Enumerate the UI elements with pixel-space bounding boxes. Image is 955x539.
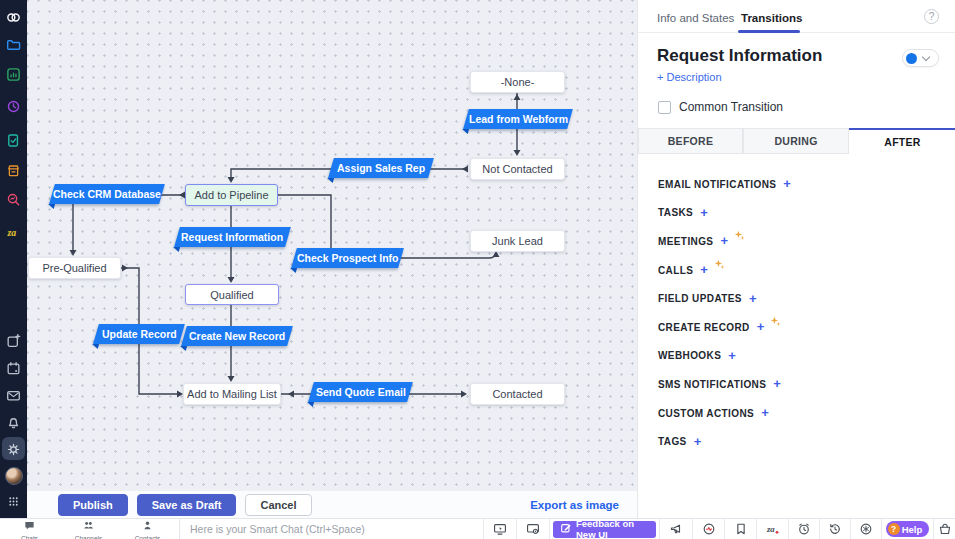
zia-sparkle-icon bbox=[734, 227, 745, 245]
sidebar-store-icon[interactable] bbox=[0, 159, 27, 181]
add-action-button[interactable]: + bbox=[773, 379, 781, 389]
transition-label-text: Check Prospect Info bbox=[293, 252, 403, 264]
stage-tab-before[interactable]: BEFORE bbox=[638, 128, 743, 154]
chat-nav-contacts[interactable]: Contacts bbox=[118, 519, 177, 539]
feedback-button[interactable]: Feedback on New UI bbox=[549, 519, 659, 539]
blueprint-editor-window: za -None-Not ContactedJunk LeadAdd to Pi… bbox=[0, 0, 955, 539]
state-none[interactable]: -None- bbox=[470, 71, 565, 93]
action-category-row: TAGS+ bbox=[658, 427, 948, 456]
sidebar-reports-icon[interactable] bbox=[0, 63, 27, 85]
save-as-draft-button[interactable]: Save as Draft bbox=[137, 494, 237, 516]
add-action-button[interactable]: + bbox=[783, 179, 791, 189]
action-category-label: TAGS bbox=[658, 436, 687, 447]
add-action-button[interactable]: + bbox=[757, 322, 765, 332]
add-action-button[interactable]: + bbox=[749, 294, 757, 304]
sidebar-zoho-logo[interactable] bbox=[0, 6, 27, 28]
state-add-to-pipeline[interactable]: Add to Pipeline bbox=[185, 184, 278, 206]
add-action-button[interactable]: + bbox=[694, 437, 702, 447]
status-pulse-icon[interactable] bbox=[692, 519, 724, 539]
svg-text:za: za bbox=[766, 524, 775, 534]
history-icon[interactable] bbox=[819, 519, 850, 539]
add-action-button[interactable]: + bbox=[720, 236, 728, 246]
state-pre-qualified[interactable]: Pre-Qualified bbox=[28, 257, 121, 279]
megaphone-icon[interactable] bbox=[659, 519, 692, 539]
sidebar-avatar[interactable] bbox=[0, 465, 27, 487]
stage-tab-after[interactable]: AFTER bbox=[849, 128, 955, 154]
chevron-down-icon bbox=[922, 52, 930, 60]
action-category-row: FIELD UPDATES+ bbox=[658, 284, 948, 313]
state-add-to-mailing-list[interactable]: Add to Mailing List bbox=[183, 383, 281, 405]
publish-button[interactable]: Publish bbox=[58, 494, 128, 516]
transition-label[interactable]: Create New Record bbox=[181, 326, 293, 346]
common-transition-row: Common Transition bbox=[658, 100, 783, 114]
sidebar-zia-icon[interactable]: za bbox=[0, 221, 27, 243]
blueprint-canvas[interactable]: -None-Not ContactedJunk LeadAdd to Pipel… bbox=[27, 0, 637, 490]
status-dropdown[interactable] bbox=[902, 49, 939, 67]
transition-label[interactable]: Update Record bbox=[93, 324, 185, 344]
add-action-button[interactable]: + bbox=[700, 208, 708, 218]
help-icon[interactable]: ? bbox=[924, 9, 939, 24]
transition-label-text: Check CRM Database bbox=[49, 188, 165, 200]
action-category-label: MEETINGS bbox=[658, 236, 713, 247]
stage-tab-during[interactable]: DURING bbox=[743, 128, 849, 154]
state-qualified[interactable]: Qualified bbox=[185, 284, 279, 305]
panel-tab-bar: Info and States Transitions ? bbox=[638, 0, 955, 33]
add-action-button[interactable]: + bbox=[761, 408, 769, 418]
transition-label[interactable]: Send Quote Email bbox=[308, 382, 413, 402]
chat-nav-label: Channels bbox=[75, 535, 102, 539]
action-category-row: CALLS+ bbox=[658, 256, 948, 285]
sidebar-folder-icon[interactable] bbox=[0, 33, 27, 55]
sidebar-compose-icon[interactable] bbox=[0, 330, 27, 352]
common-transition-checkbox[interactable] bbox=[658, 101, 671, 114]
transition-label[interactable]: Request Information bbox=[174, 227, 291, 247]
sidebar-clock-icon[interactable] bbox=[0, 95, 27, 117]
sidebar-search-analytics-icon[interactable] bbox=[0, 188, 27, 210]
add-action-button[interactable]: + bbox=[728, 351, 736, 361]
sidebar-bell-icon[interactable] bbox=[0, 411, 27, 433]
cancel-button[interactable]: Cancel bbox=[245, 494, 311, 516]
transition-label[interactable]: Check Prospect Info bbox=[291, 248, 404, 268]
zia-sparkle-icon bbox=[714, 256, 725, 274]
common-transition-label: Common Transition bbox=[679, 100, 783, 114]
transition-label[interactable]: Check CRM Database bbox=[49, 184, 165, 204]
state-not-contacted[interactable]: Not Contacted bbox=[470, 158, 565, 180]
action-category-row: CUSTOM ACTIONS+ bbox=[658, 399, 948, 428]
state-junk-lead[interactable]: Junk Lead bbox=[470, 230, 565, 252]
shortcut-icon[interactable] bbox=[850, 519, 881, 539]
chat-nav-channels[interactable]: Channels bbox=[59, 519, 118, 539]
smart-chat-input[interactable]: Here is your Smart Chat (Ctrl+Space) bbox=[180, 519, 483, 539]
transition-label[interactable]: Assign Sales Rep bbox=[328, 158, 434, 178]
sidebar-apps-grid-icon[interactable] bbox=[0, 490, 27, 512]
sidebar-gear-icon[interactable] bbox=[0, 438, 27, 460]
question-icon: ? bbox=[888, 523, 900, 535]
action-category-label: EMAIL NOTIFICATIONS bbox=[658, 179, 776, 190]
add-action-button[interactable]: + bbox=[700, 265, 708, 275]
action-category-label: FIELD UPDATES bbox=[658, 293, 742, 304]
transition-label[interactable]: Lead from Webform bbox=[463, 109, 573, 129]
alarm-icon[interactable] bbox=[788, 519, 819, 539]
smart-chat-bar: ChatsChannelsContactsHere is your Smart … bbox=[0, 518, 955, 539]
sidebar-calendar-icon[interactable] bbox=[0, 357, 27, 379]
add-description-link[interactable]: + Description bbox=[657, 71, 722, 83]
sidebar-tasks-icon[interactable] bbox=[0, 129, 27, 151]
action-category-label: TASKS bbox=[658, 207, 693, 218]
action-category-label: CREATE RECORD bbox=[658, 322, 750, 333]
transition-title: Request Information bbox=[657, 46, 822, 66]
sidebar-mail-icon[interactable] bbox=[0, 384, 27, 406]
action-category-label: SMS NOTIFICATIONS bbox=[658, 379, 766, 390]
chat-nav-label: Chats bbox=[21, 535, 38, 539]
state-contacted[interactable]: Contacted bbox=[470, 383, 565, 405]
screen-record-icon[interactable] bbox=[516, 519, 549, 539]
action-category-label: WEBHOOKS bbox=[658, 350, 721, 361]
screen-share-icon[interactable] bbox=[483, 519, 516, 539]
tab-info-and-states[interactable]: Info and States bbox=[657, 12, 734, 24]
zia-chat-icon[interactable]: za bbox=[756, 519, 788, 539]
help-button[interactable]: ?Help bbox=[881, 519, 933, 539]
transition-label-text: Request Information bbox=[177, 231, 287, 243]
bookmark-icon[interactable] bbox=[724, 519, 756, 539]
export-as-image-link[interactable]: Export as image bbox=[530, 499, 619, 511]
chat-nav-label: Contacts bbox=[135, 535, 161, 539]
chat-nav-chats[interactable]: Chats bbox=[0, 519, 59, 539]
basket-icon[interactable] bbox=[933, 519, 955, 539]
tab-transitions[interactable]: Transitions bbox=[741, 12, 802, 24]
